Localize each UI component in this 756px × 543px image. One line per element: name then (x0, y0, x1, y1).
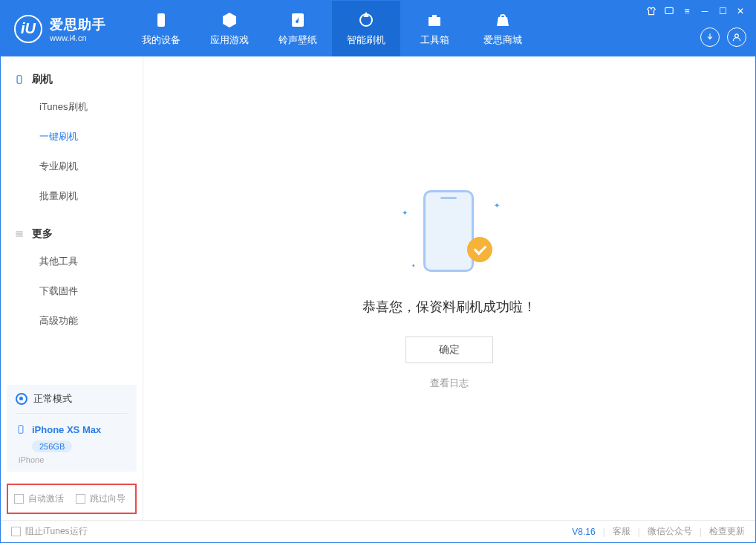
logo-area[interactable]: iU 爱思助手 www.i4.cn (1, 15, 120, 43)
checkbox-skip-guide[interactable]: 跳过向导 (76, 492, 126, 505)
svg-rect-6 (17, 76, 22, 84)
check-badge-icon (467, 237, 492, 262)
sidebar-item-other-tools[interactable]: 其他工具 (1, 247, 143, 276)
sidebar-item-batch-flash[interactable]: 批量刷机 (1, 181, 143, 211)
cube-icon (221, 11, 238, 29)
footer-link-support[interactable]: 客服 (613, 525, 630, 538)
footer: 阻止iTunes运行 V8.16 | 客服 | 微信公众号 | 检查更新 (1, 520, 755, 542)
tab-label: 铃声壁纸 (278, 33, 317, 47)
sidebar-spacer (1, 336, 143, 379)
feedback-icon[interactable] (663, 5, 675, 17)
divider: | (700, 527, 702, 537)
tab-label: 智能刷机 (347, 33, 385, 47)
tab-ringtone-wallpaper[interactable]: 铃声壁纸 (264, 1, 332, 56)
menu-icon[interactable]: ≡ (681, 5, 693, 17)
list-icon (14, 229, 25, 239)
footer-link-update[interactable]: 检查更新 (709, 525, 745, 538)
device-name: iPhone XS Max (32, 424, 101, 435)
divider: | (638, 527, 640, 537)
app-url: www.i4.cn (50, 33, 106, 42)
logo-text: 爱思助手 www.i4.cn (50, 16, 106, 42)
checkbox-icon (14, 494, 24, 504)
divider: | (603, 527, 605, 537)
phone-outline-icon (16, 423, 26, 436)
close-button[interactable]: ✕ (734, 5, 746, 17)
checkbox-label: 跳过向导 (90, 492, 126, 505)
music-icon (289, 11, 307, 29)
sidebar-item-download-firmware[interactable]: 下载固件 (1, 276, 143, 306)
phone-illustration (423, 190, 474, 272)
sidebar-header-more: 更多 (1, 221, 143, 247)
ok-button[interactable]: 确定 (405, 336, 493, 363)
sidebar-item-itunes-flash[interactable]: iTunes刷机 (1, 92, 143, 122)
download-button[interactable] (700, 27, 720, 47)
svg-point-5 (735, 34, 739, 38)
tab-my-device[interactable]: 我的设备 (127, 1, 195, 56)
logo-icon: iU (14, 15, 42, 43)
tab-label: 爱思商城 (483, 33, 522, 47)
tab-toolbox[interactable]: 工具箱 (400, 1, 469, 56)
version-label[interactable]: V8.16 (572, 527, 595, 537)
svg-rect-0 (157, 13, 165, 27)
shirt-icon[interactable] (645, 5, 657, 17)
main-content: ✦ ✦ • 恭喜您，保资料刷机成功啦！ 确定 查看日志 (143, 56, 755, 520)
sparkle-icon: ✦ (494, 201, 500, 209)
bottom-checks-highlight: 自动激活 跳过向导 (7, 484, 137, 514)
user-controls (700, 27, 746, 47)
device-mode-label: 正常模式 (33, 392, 72, 406)
device-storage-badge: 256GB (32, 440, 72, 452)
phone-icon (14, 74, 25, 85)
checkbox-auto-activate[interactable]: 自动激活 (14, 492, 64, 505)
sidebar: 刷机 iTunes刷机 一键刷机 专业刷机 批量刷机 更多 其他工具 下载固件 … (1, 56, 143, 520)
minimize-button[interactable]: ─ (699, 5, 711, 17)
svg-rect-3 (432, 15, 437, 17)
success-illustration: ✦ ✦ • (397, 186, 501, 276)
sparkle-icon: • (412, 261, 415, 270)
mode-icon (16, 393, 27, 405)
footer-right: V8.16 | 客服 | 微信公众号 | 检查更新 (572, 525, 745, 538)
device-type: iPhone (19, 455, 128, 464)
header-right: ≡ ─ ☐ ✕ (645, 1, 746, 47)
toolbox-icon (426, 11, 443, 29)
tab-label: 我的设备 (142, 33, 180, 47)
footer-link-wechat[interactable]: 微信公众号 (648, 525, 692, 538)
tab-store[interactable]: 爱思商城 (469, 1, 537, 56)
checkbox-label: 自动激活 (28, 492, 64, 505)
checkbox-icon (11, 527, 21, 536)
device-panel: 正常模式 iPhone XS Max 256GB iPhone (7, 385, 137, 472)
sparkle-icon: ✦ (402, 209, 408, 217)
sidebar-header-flash: 刷机 (1, 67, 143, 92)
app-header: iU 爱思助手 www.i4.cn 我的设备 应用游戏 铃声壁纸 智能刷机 工具… (1, 1, 755, 56)
app-title: 爱思助手 (50, 16, 106, 33)
refresh-icon (357, 11, 375, 29)
user-button[interactable] (727, 27, 746, 47)
body: 刷机 iTunes刷机 一键刷机 专业刷机 批量刷机 更多 其他工具 下载固件 … (1, 56, 755, 520)
svg-rect-2 (428, 17, 440, 26)
sidebar-item-advanced[interactable]: 高级功能 (1, 306, 143, 336)
maximize-button[interactable]: ☐ (717, 5, 729, 17)
svg-rect-10 (19, 426, 23, 434)
tab-apps-games[interactable]: 应用游戏 (195, 1, 264, 56)
view-log-link[interactable]: 查看日志 (430, 377, 469, 390)
device-mode[interactable]: 正常模式 (16, 392, 128, 414)
sidebar-section-flash: 刷机 iTunes刷机 一键刷机 专业刷机 批量刷机 (1, 56, 143, 211)
success-message: 恭喜您，保资料刷机成功啦！ (362, 298, 536, 316)
svg-rect-4 (665, 7, 674, 13)
sidebar-section-more: 更多 其他工具 下载固件 高级功能 (1, 211, 143, 336)
sidebar-title: 更多 (32, 227, 53, 241)
window-controls: ≡ ─ ☐ ✕ (645, 1, 746, 22)
sidebar-item-pro-flash[interactable]: 专业刷机 (1, 152, 143, 181)
tab-label: 应用游戏 (210, 33, 249, 47)
tab-label: 工具箱 (420, 33, 449, 47)
tab-smart-flash[interactable]: 智能刷机 (332, 1, 400, 56)
sidebar-item-oneclick-flash[interactable]: 一键刷机 (1, 122, 143, 152)
store-icon (494, 11, 512, 29)
checkbox-icon (76, 494, 85, 504)
device-name-row[interactable]: iPhone XS Max (16, 423, 128, 436)
checkbox-label: 阻止iTunes运行 (25, 525, 88, 538)
device-icon (152, 11, 170, 29)
checkbox-block-itunes[interactable]: 阻止iTunes运行 (11, 525, 88, 538)
nav-tabs: 我的设备 应用游戏 铃声壁纸 智能刷机 工具箱 爱思商城 (127, 1, 537, 56)
sidebar-title: 刷机 (32, 73, 53, 86)
